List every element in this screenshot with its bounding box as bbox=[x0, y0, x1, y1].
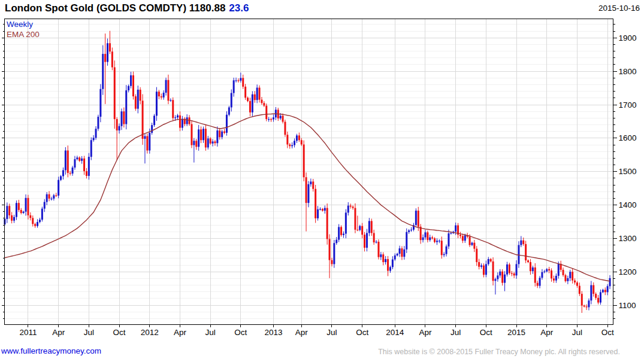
candle-body bbox=[418, 211, 419, 227]
candle-body bbox=[329, 239, 331, 260]
candle-body bbox=[6, 206, 8, 219]
x-axis-label: Apr bbox=[52, 328, 65, 337]
candle-body bbox=[446, 247, 448, 254]
x-axis-label: 2015 bbox=[507, 328, 525, 337]
candle-body bbox=[525, 244, 527, 260]
candle-body bbox=[88, 157, 90, 176]
candle-body bbox=[326, 208, 328, 239]
candle-body bbox=[380, 254, 382, 257]
candle-body bbox=[177, 115, 179, 117]
candle-body bbox=[420, 227, 422, 240]
candle-body bbox=[592, 285, 594, 294]
candle-body bbox=[228, 107, 230, 114]
candle-body bbox=[93, 138, 95, 140]
x-axis-label: 2011 bbox=[19, 328, 37, 337]
candle-body bbox=[282, 115, 284, 121]
candle-body bbox=[13, 217, 15, 221]
candle-body bbox=[123, 111, 125, 124]
candle-body bbox=[144, 136, 146, 138]
candle-body bbox=[366, 233, 368, 248]
candle-body bbox=[352, 206, 354, 208]
x-axis-label: Apr bbox=[174, 328, 187, 337]
candle-body bbox=[595, 294, 597, 298]
candle-body bbox=[392, 260, 394, 267]
candle-body bbox=[219, 130, 220, 137]
candle-body bbox=[347, 206, 349, 213]
candle-body bbox=[581, 294, 583, 306]
candle-body bbox=[72, 168, 74, 174]
candle-body bbox=[259, 88, 261, 100]
candle-body bbox=[78, 157, 80, 161]
candle-body bbox=[11, 215, 13, 221]
candle-body bbox=[312, 181, 314, 188]
candle-body bbox=[231, 93, 232, 107]
x-axis-label: Oct bbox=[356, 328, 368, 337]
candle-body bbox=[331, 260, 332, 264]
candle-body bbox=[350, 206, 352, 207]
y-axis-label: 1600 bbox=[619, 133, 637, 142]
candle-body bbox=[469, 237, 471, 245]
candle-body bbox=[109, 43, 111, 51]
x-axis-label: Jul bbox=[451, 328, 461, 337]
candle-body bbox=[371, 221, 373, 233]
candle-body bbox=[210, 138, 211, 143]
candle-body bbox=[263, 103, 265, 105]
footer-copyright: This website is © 2008-2015 Fuller Treac… bbox=[378, 348, 620, 356]
candle-body bbox=[488, 259, 489, 264]
candle-body bbox=[49, 194, 50, 199]
candle-body bbox=[511, 273, 513, 273]
candle-body bbox=[142, 101, 144, 139]
candle-body bbox=[310, 181, 312, 184]
x-axis-label: Apr bbox=[419, 328, 432, 337]
candle-body bbox=[368, 221, 370, 233]
candle-body bbox=[306, 177, 307, 203]
candle-body bbox=[170, 100, 171, 101]
candle-body bbox=[81, 159, 83, 161]
candle-body bbox=[541, 272, 543, 278]
candle-body bbox=[338, 227, 340, 239]
y-axis-label: 1100 bbox=[619, 301, 636, 310]
candle-body bbox=[373, 233, 375, 242]
candle-body bbox=[254, 95, 256, 100]
candle-body bbox=[25, 198, 27, 212]
candle-body bbox=[480, 266, 482, 267]
candle-body bbox=[128, 86, 129, 90]
candle-body bbox=[23, 212, 25, 213]
candle-body bbox=[111, 51, 113, 67]
candle-body bbox=[223, 132, 225, 133]
candle-body bbox=[548, 269, 550, 270]
candle-body bbox=[579, 286, 580, 294]
candle-body bbox=[569, 272, 571, 278]
candle-body bbox=[249, 101, 251, 112]
candle-body bbox=[574, 281, 576, 282]
candle-body bbox=[609, 278, 611, 286]
candle-body bbox=[216, 130, 218, 143]
candle-body bbox=[44, 202, 46, 209]
candle-body bbox=[527, 260, 529, 262]
footer-site-link[interactable]: www.fullertreacymoney.com bbox=[1, 346, 101, 355]
candle-body bbox=[485, 264, 487, 275]
y-axis-label: 1300 bbox=[619, 234, 637, 243]
candle-body bbox=[202, 129, 204, 140]
candle-body bbox=[76, 157, 78, 159]
candle-body bbox=[50, 199, 52, 199]
candle-body bbox=[153, 115, 155, 125]
candle-body bbox=[345, 212, 347, 233]
candle-body bbox=[86, 171, 87, 176]
candle-body bbox=[530, 262, 531, 271]
candle-body bbox=[422, 238, 424, 240]
candle-body bbox=[32, 218, 34, 224]
y-axis-label: 1200 bbox=[619, 267, 637, 276]
x-axis-label: 2012 bbox=[141, 328, 159, 337]
candle-body bbox=[546, 269, 548, 272]
y-axis-label: 1500 bbox=[619, 167, 637, 176]
candle-body bbox=[450, 233, 452, 233]
candle-body bbox=[576, 282, 578, 286]
candle-body bbox=[415, 211, 417, 225]
candle-body bbox=[247, 98, 249, 101]
candle-body bbox=[95, 129, 97, 138]
candle-body bbox=[410, 230, 412, 230]
candle-body bbox=[455, 226, 456, 232]
candle-body bbox=[193, 141, 195, 145]
candle-body bbox=[298, 135, 300, 140]
